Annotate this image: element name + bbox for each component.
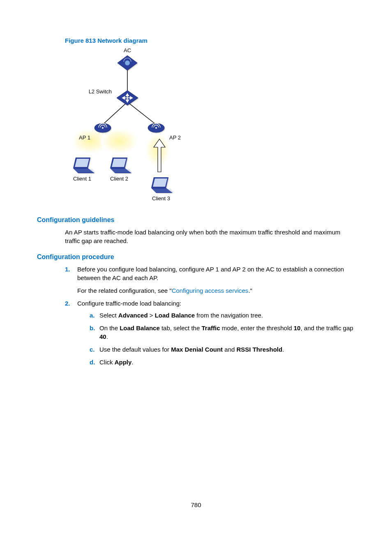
step-1-para1: Before you configure load balancing, con… bbox=[77, 266, 344, 281]
step-1-para2: For the related configuration, see "Conf… bbox=[77, 286, 355, 295]
substep-c: c. Use the default values for Max Denial… bbox=[90, 345, 355, 354]
config-procedure-heading: Configuration procedure bbox=[37, 253, 355, 261]
client1-device-icon bbox=[73, 158, 95, 173]
ac-label: AC bbox=[124, 47, 131, 53]
svg-line-2 bbox=[127, 102, 156, 125]
network-diagram: AC L2 Switch bbox=[62, 46, 193, 204]
procedure-step-1: 1. Before you configure load balancing, … bbox=[65, 265, 355, 295]
ap1-label: AP 1 bbox=[79, 134, 90, 141]
substep-b: b. On the Load Balance tab, select the T… bbox=[90, 324, 355, 341]
procedure-step-2: 2. Configure traffic-mode load balancing… bbox=[65, 299, 355, 366]
procedure-list: 1. Before you configure load balancing, … bbox=[65, 265, 355, 366]
svg-marker-32 bbox=[153, 178, 167, 187]
figure-caption: Figure 813 Network diagram bbox=[65, 37, 355, 44]
document-page: Figure 813 Network diagram bbox=[0, 0, 392, 533]
ac-device-icon bbox=[118, 56, 137, 70]
page-number: 780 bbox=[0, 501, 392, 508]
svg-point-18 bbox=[155, 127, 157, 129]
svg-line-1 bbox=[103, 102, 127, 125]
client2-label: Client 2 bbox=[110, 176, 128, 182]
l2switch-device-icon bbox=[117, 90, 138, 105]
config-guidelines-heading: Configuration guidelines bbox=[37, 216, 355, 224]
ap1-device-icon bbox=[95, 123, 111, 132]
step-marker: 1. bbox=[65, 265, 70, 273]
substep-list: a. Select Advanced > Load Balance from t… bbox=[90, 311, 355, 366]
svg-point-16 bbox=[102, 127, 104, 129]
substep-a: a. Select Advanced > Load Balance from t… bbox=[90, 311, 355, 320]
svg-point-13 bbox=[101, 129, 138, 153]
client3-label: Client 3 bbox=[152, 195, 170, 202]
svg-marker-26 bbox=[112, 159, 126, 167]
step-marker: 2. bbox=[65, 299, 70, 308]
ap2-device-icon bbox=[148, 123, 164, 132]
svg-marker-20 bbox=[75, 159, 89, 167]
substep-d: d. Click Apply. bbox=[90, 358, 355, 366]
configuring-access-services-link[interactable]: Configuring access services bbox=[172, 287, 249, 294]
config-guidelines-body: An AP starts traffic-mode load balancing… bbox=[65, 228, 355, 245]
l2switch-label: L2 Switch bbox=[89, 88, 112, 95]
ap2-label: AP 2 bbox=[169, 134, 181, 141]
client2-device-icon bbox=[110, 158, 131, 173]
client1-label: Client 1 bbox=[73, 176, 91, 182]
svg-point-5 bbox=[125, 60, 130, 65]
step-2-para1: Configure traffic-mode load balancing: bbox=[77, 300, 181, 307]
client3-device-icon bbox=[151, 177, 173, 193]
